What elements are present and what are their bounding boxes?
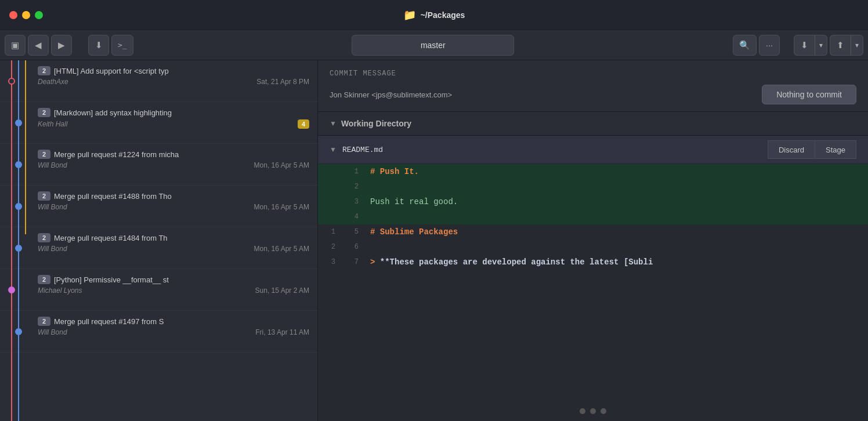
- commit-number-badge: 2: [38, 66, 50, 75]
- commit-date: Mon, 16 Apr 5 AM: [254, 245, 309, 253]
- main-content: 2[HTML] Add support for <script typDeath…: [0, 60, 868, 421]
- sidebar-toggle-button[interactable]: ▣: [5, 35, 26, 56]
- commit-date: Fri, 13 Apr 11 AM: [255, 328, 309, 336]
- nothing-to-commit-button[interactable]: Nothing to commit: [762, 85, 856, 104]
- branch-selector[interactable]: master: [352, 35, 514, 56]
- diff-new-line-num: 7: [341, 255, 364, 270]
- commit-title-text: Merge pull request #1484 from Th: [54, 234, 168, 242]
- diff-new-line-num: 1: [341, 164, 364, 179]
- commit-meta: Michael LyonsSun, 15 Apr 2 AM: [38, 286, 309, 295]
- chevron-icon: ▼: [330, 119, 337, 128]
- commit-meta: Will BondMon, 16 Apr 5 AM: [38, 203, 309, 211]
- pagination-dot[interactable]: [601, 408, 606, 414]
- pull-button[interactable]: ⬇: [794, 35, 815, 56]
- commit-meta: Keith Hall4: [38, 119, 309, 129]
- commit-item[interactable]: 2Merge pull request #1497 from SWill Bon…: [0, 311, 317, 353]
- commit-meta: Will BondFri, 13 Apr 11 AM: [38, 328, 309, 336]
- commit-number-badge: 2: [38, 317, 50, 326]
- commit-author: Will Bond: [38, 245, 67, 253]
- commit-date: Sat, 21 Apr 8 PM: [256, 78, 309, 86]
- stage-button[interactable]: Stage: [815, 140, 856, 159]
- pull-arrow-button[interactable]: ▾: [815, 35, 827, 56]
- diff-new-line-num: 5: [341, 224, 364, 239]
- diff-line: 4: [318, 209, 868, 224]
- commit-author: Jon Skinner <jps@sublimetext.com>: [330, 90, 755, 99]
- diff-content: Push it real good.: [364, 194, 868, 209]
- push-arrow-button[interactable]: ▾: [851, 35, 863, 56]
- commit-title-text: [Markdown] add syntax highlighting: [54, 108, 172, 117]
- file-row: ▼ README.md Discard Stage: [318, 136, 868, 164]
- title-text: ~/Packages: [421, 10, 465, 20]
- maximize-button[interactable]: [35, 11, 43, 19]
- commit-list-panel: 2[HTML] Add support for <script typDeath…: [0, 60, 318, 421]
- back-button[interactable]: ◀: [28, 35, 49, 56]
- commit-author: Will Bond: [38, 161, 67, 169]
- commit-title-text: Merge pull request #1497 from S: [54, 317, 164, 326]
- commit-meta: Will BondMon, 16 Apr 5 AM: [38, 161, 309, 169]
- commit-date: Mon, 16 Apr 5 AM: [254, 161, 309, 169]
- diff-content: # Push It.: [364, 164, 868, 179]
- commit-title: 2Merge pull request #1488 from Tho: [38, 191, 309, 201]
- commit-title: 2Merge pull request #1497 from S: [38, 317, 309, 326]
- commit-title-text: [HTML] Add support for <script typ: [54, 67, 169, 75]
- commit-item[interactable]: 2Merge pull request #1488 from ThoWill B…: [0, 186, 317, 227]
- commit-item[interactable]: 2[Markdown] add syntax highlightingKeith…: [0, 102, 317, 144]
- commit-title: 2Merge pull request #1484 from Th: [38, 233, 309, 242]
- commit-title: 2Merge pull request #1224 from micha: [38, 150, 309, 159]
- diff-new-line-num: 4: [341, 209, 364, 224]
- commit-badge: 4: [298, 119, 309, 129]
- commit-number-badge: 2: [38, 233, 50, 242]
- commit-item[interactable]: 2Merge pull request #1224 from michaWill…: [0, 144, 317, 186]
- pagination-dot[interactable]: [580, 408, 585, 414]
- diff-line: 26: [318, 239, 868, 255]
- forward-button[interactable]: ▶: [51, 35, 72, 56]
- pagination-dot[interactable]: [590, 408, 596, 414]
- commit-item[interactable]: 2Merge pull request #1484 from ThWill Bo…: [0, 227, 317, 269]
- terminal-button[interactable]: >_: [111, 35, 133, 56]
- window-title: 📁 ~/Packages: [403, 9, 465, 21]
- commit-item[interactable]: 2[HTML] Add support for <script typDeath…: [0, 60, 317, 102]
- diff-line: 2: [318, 179, 868, 194]
- commit-title: 2[HTML] Add support for <script typ: [38, 66, 309, 75]
- more-button[interactable]: ···: [759, 35, 780, 56]
- commit-date: Sun, 15 Apr 2 AM: [255, 286, 309, 295]
- pagination-dots: [318, 401, 868, 421]
- commit-title-text: [Python] Permissive __format__ st: [54, 275, 169, 284]
- commit-number-badge: 2: [38, 275, 50, 284]
- commit-title: 2[Python] Permissive __format__ st: [38, 275, 309, 284]
- commit-author: Keith Hall: [38, 120, 67, 128]
- discard-button[interactable]: Discard: [768, 140, 815, 159]
- commit-title: 2[Markdown] add syntax highlighting: [38, 108, 309, 117]
- diff-old-line-num: 1: [318, 224, 341, 239]
- commit-message-label: Commit Message: [330, 70, 856, 78]
- working-directory-label: Working Directory: [341, 119, 411, 128]
- stash-button[interactable]: ⬇: [88, 35, 109, 56]
- diff-line: 1# Push It.: [318, 164, 868, 179]
- commit-number-badge: 2: [38, 150, 50, 159]
- diff-content: # Sublime Packages: [364, 224, 868, 239]
- working-directory-header[interactable]: ▼ Working Directory: [330, 119, 856, 128]
- commit-list: 2[HTML] Add support for <script typDeath…: [0, 60, 317, 353]
- diff-line: 3Push it real good.: [318, 194, 868, 209]
- folder-icon: 📁: [403, 9, 416, 21]
- toolbar: ▣ ◀ ▶ ⬇ >_ master 🔍 ··· ⬇ ▾ ⬆ ▾: [0, 30, 868, 60]
- commit-meta: DeathAxeSat, 21 Apr 8 PM: [38, 78, 309, 86]
- close-button[interactable]: [9, 11, 17, 19]
- push-button[interactable]: ⬆: [830, 35, 851, 56]
- search-button[interactable]: 🔍: [733, 35, 757, 56]
- titlebar: 📁 ~/Packages: [0, 0, 868, 30]
- diff-old-line-num: 2: [318, 239, 341, 255]
- diff-line: 15# Sublime Packages: [318, 224, 868, 239]
- commit-title-text: Merge pull request #1488 from Tho: [54, 192, 172, 201]
- minimize-button[interactable]: [22, 11, 30, 19]
- commit-author: Will Bond: [38, 328, 67, 336]
- commit-item[interactable]: 2[Python] Permissive __format__ stMichae…: [0, 269, 317, 311]
- commit-message-row: Jon Skinner <jps@sublimetext.com> Nothin…: [330, 85, 856, 104]
- working-directory-section: ▼ Working Directory: [318, 112, 868, 136]
- diff-area: 1# Push It.23Push it real good.415# Subl…: [318, 164, 868, 401]
- diff-new-line-num: 6: [341, 239, 364, 255]
- file-name: README.md: [342, 146, 768, 154]
- file-chevron-icon[interactable]: ▼: [330, 146, 337, 154]
- commit-number-badge: 2: [38, 191, 50, 201]
- right-panel: Commit Message Jon Skinner <jps@sublimet…: [318, 60, 868, 421]
